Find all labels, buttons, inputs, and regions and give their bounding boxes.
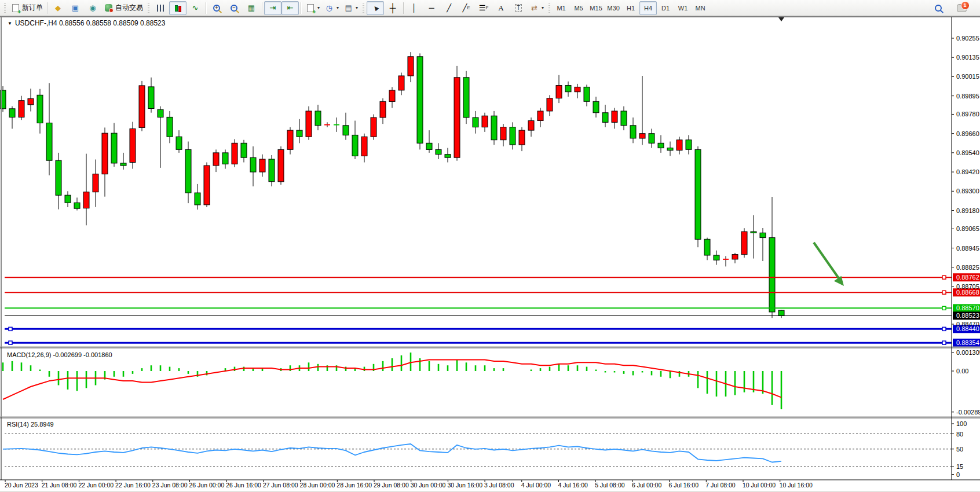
candle-body (500, 127, 506, 140)
main-toolbar: + 新订单 ◆ ▣ ◉ 自动交易 ∿ + − ▦ ⇥ ⇤ + ▾ (0, 0, 980, 16)
svg-text:0.89540: 0.89540 (956, 149, 979, 156)
svg-text:0.89660: 0.89660 (956, 130, 979, 137)
toolbar-grip[interactable] (148, 3, 149, 13)
candle-body (621, 111, 627, 126)
svg-text:0.89300: 0.89300 (956, 188, 979, 194)
svg-text:26 Jun 16:00: 26 Jun 16:00 (226, 482, 261, 489)
svg-text:0.89420: 0.89420 (956, 168, 979, 175)
svg-text:10 Jul 16:00: 10 Jul 16:00 (780, 482, 813, 489)
line-handle[interactable] (942, 306, 946, 310)
candle-body (658, 143, 664, 148)
indicators-icon: + (305, 3, 315, 13)
vertical-line-button[interactable]: │ (405, 1, 423, 15)
candle-body (148, 87, 154, 109)
trendline-button[interactable]: ╱ (440, 1, 458, 15)
candle-body (454, 78, 460, 157)
candle-body (306, 111, 312, 137)
timeframe-w1-button[interactable]: W1 (674, 1, 692, 15)
svg-text:5 Jul 08:00: 5 Jul 08:00 (595, 482, 625, 489)
indicators-caret-icon: ▾ (317, 5, 320, 10)
tile-windows-button[interactable]: ▦ (243, 1, 260, 15)
line-chart-button[interactable]: ∿ (187, 1, 204, 15)
timeframe-m1-button[interactable]: M1 (553, 1, 570, 15)
candle-body (315, 111, 321, 126)
candle-body (74, 203, 80, 208)
line-handle[interactable] (9, 327, 12, 331)
chart-canvas[interactable]: 0.887620.886680.885700.884400.883540.885… (0, 16, 980, 492)
line-handle[interactable] (942, 341, 946, 344)
crosshair-button[interactable]: ┼ (384, 1, 401, 15)
price-axis[interactable]: 0.887620.886680.885700.884400.883540.885… (952, 35, 980, 478)
timeframe-mn-button[interactable]: MN (692, 1, 709, 15)
horizontal-line-icon: ─ (427, 3, 437, 13)
timeframe-h4-button[interactable]: H4 (639, 1, 657, 15)
candle-body (593, 101, 599, 112)
search-icon (934, 3, 944, 13)
candle-body (287, 130, 293, 149)
timeframe-m5-button[interactable]: M5 (570, 1, 587, 15)
candle-body (167, 117, 173, 137)
templates-button[interactable]: ▤ ▾ (341, 1, 360, 15)
text-button[interactable]: A (492, 1, 510, 15)
horizontal-line-button[interactable]: ─ (423, 1, 440, 15)
svg-text:0.88523: 0.88523 (956, 312, 979, 319)
templates-icon: ▤ (343, 3, 353, 13)
candles-layer (0, 52, 784, 318)
equidistant-channel-button[interactable]: ╱E (458, 1, 475, 15)
periods-button[interactable]: ◷ ▾ (322, 1, 341, 15)
toolbar-grip[interactable] (363, 3, 364, 13)
line-handle[interactable] (942, 291, 946, 294)
arrows-button[interactable]: ⇄ ▾ (527, 1, 546, 15)
timeframe-label: D1 (661, 5, 670, 12)
toolbar-separator (301, 2, 301, 14)
svg-text:4 Jul 16:00: 4 Jul 16:00 (558, 482, 588, 489)
arrow-annotation[interactable] (814, 243, 839, 279)
candle-body (46, 123, 52, 160)
tile-windows-icon: ▦ (247, 3, 257, 13)
vps-button[interactable]: ◉ (84, 1, 101, 15)
text-label-button[interactable]: T (510, 1, 527, 15)
timeframe-h1-button[interactable]: H1 (622, 1, 639, 15)
candle-body (139, 86, 145, 128)
timeframe-m30-button[interactable]: M30 (605, 1, 622, 15)
zoom-out-button[interactable]: − (225, 1, 243, 15)
svg-text:0.89065: 0.89065 (956, 225, 979, 232)
symbol-dropdown-caret-icon[interactable]: ▼ (8, 21, 12, 26)
chart-shift-marker[interactable] (778, 17, 784, 21)
timeframe-label: H4 (644, 5, 652, 12)
time-axis[interactable]: 20 Jun 202321 Jun 08:0022 Jun 00:0022 Ju… (5, 480, 813, 489)
bar-chart-button[interactable] (152, 1, 169, 15)
candle-body (65, 195, 71, 203)
line-handle[interactable] (9, 341, 12, 344)
new-order-button[interactable]: + 新订单 (8, 1, 45, 15)
line-chart-icon: ∿ (191, 3, 200, 13)
search-button[interactable] (930, 1, 947, 15)
trendline-icon: ╱ (444, 3, 454, 13)
candlestick-chart-button[interactable] (169, 1, 187, 15)
svg-text:26 Jun 00:00: 26 Jun 00:00 (189, 482, 225, 489)
timeframe-d1-button[interactable]: D1 (657, 1, 674, 15)
macd-pane (3, 353, 781, 409)
chart-window[interactable]: 0.887620.886680.885700.884400.883540.885… (0, 16, 980, 492)
toolbar-grip[interactable] (548, 3, 550, 13)
vps-icon: ◉ (88, 3, 98, 13)
new-order-label: 新订单 (22, 3, 43, 13)
candle-body (56, 160, 61, 195)
line-handle[interactable] (942, 327, 946, 331)
svg-text:21 Jun 08:00: 21 Jun 08:00 (42, 482, 77, 489)
chart-shift-button[interactable]: ⇤ (281, 1, 299, 15)
indicators-button[interactable]: + ▾ (303, 1, 322, 15)
candle-body (278, 149, 284, 181)
fibonacci-button[interactable]: ☰F (475, 1, 492, 15)
market-button[interactable]: ◆ (49, 1, 67, 15)
notifications-button[interactable]: 1 (953, 1, 970, 15)
line-handle[interactable] (942, 276, 946, 279)
toolbar-grip[interactable] (4, 3, 6, 13)
zoom-in-button[interactable]: + (208, 1, 225, 15)
signals-button[interactable]: ▣ (67, 1, 84, 15)
timeframe-m15-button[interactable]: M15 (587, 1, 605, 15)
auto-scroll-button[interactable]: ⇥ (264, 1, 281, 15)
chart-title-bar[interactable]: ▼ USDCHF-,H4 0.88556 0.88558 0.88509 0.8… (8, 19, 165, 27)
cursor-button[interactable]: ▲ (367, 1, 384, 15)
autotrading-button[interactable]: 自动交易 (101, 1, 145, 15)
